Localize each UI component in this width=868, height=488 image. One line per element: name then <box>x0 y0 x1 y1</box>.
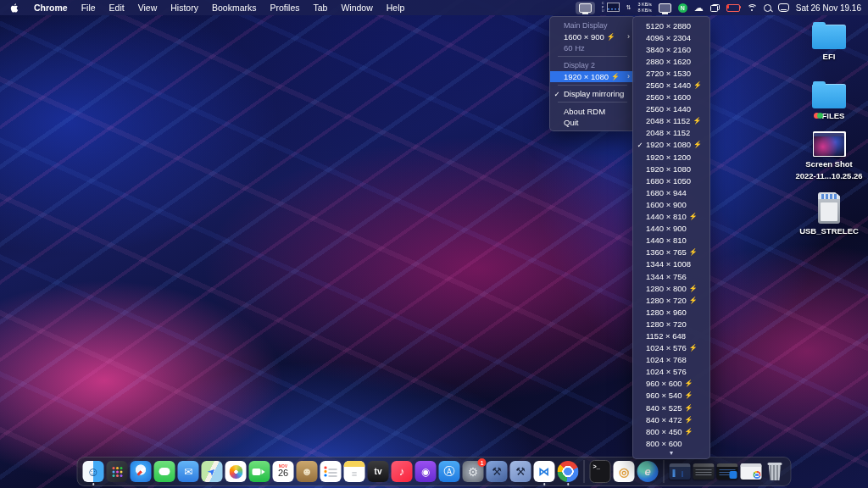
menu-item-1152-648[interactable]: 1152 × 648 <box>633 330 709 341</box>
dock-item-minimized-window-2[interactable] <box>693 461 715 482</box>
dock-item-app-store[interactable]: Ⓐ <box>439 461 460 482</box>
menu-item-1280-800[interactable]: 1280 × 800⚡ <box>633 282 709 294</box>
menu-history[interactable]: History <box>164 3 205 13</box>
menu-item-1024-576[interactable]: 868 × 488 <box>633 366 709 378</box>
menu-bar-clock[interactable]: Sat 26 Nov 19.16 <box>796 3 861 13</box>
rdm-menu-icon[interactable] <box>576 2 595 14</box>
dock-item-contacts[interactable]: ☻ <box>297 461 318 482</box>
dock-item-notes[interactable]: ≡ <box>344 461 365 482</box>
menu-item-1680-1050[interactable]: 1680 × 1050 <box>633 175 709 186</box>
menu-item-1344-1008[interactable]: 1344 × 1008 <box>633 258 709 270</box>
menu-tab[interactable]: Tab <box>306 3 334 13</box>
dock-item-minimized-window-1[interactable] <box>670 461 691 482</box>
dock-item-apple-tv[interactable]: tv <box>368 461 389 482</box>
menu-item-800-600[interactable]: 800 × 600 <box>633 437 709 449</box>
menu-item-1920-1080[interactable]: 1920 × 1080 <box>633 163 709 175</box>
dock-item-trash[interactable] <box>765 461 786 482</box>
dock-item-tool-hammer-2[interactable]: ⚒ <box>510 461 531 482</box>
menu-item-1440-900[interactable]: 1440 × 900 <box>633 223 709 235</box>
menu-item-1600-900[interactable]: 1600 × 900 <box>633 198 709 210</box>
dock-item-vscode[interactable]: ⋈ <box>534 461 555 482</box>
menu-item-2560-1440[interactable]: 2560 × 1440⚡ <box>633 79 709 91</box>
menu-bookmarks[interactable]: Bookmarks <box>205 3 264 13</box>
menu-item-1024-768[interactable]: 1024 × 768 <box>633 354 709 366</box>
dock-item-terminal[interactable]: >_ <box>590 461 611 482</box>
menu-item-2560-1600[interactable]: 2560 × 1600 <box>633 92 709 103</box>
dock-item-edge[interactable]: e <box>637 461 659 482</box>
menu-item-840-472[interactable]: 840 × 472⚡ <box>633 413 709 425</box>
menu-item-2048-1152[interactable]: 2048 × 1152 <box>633 127 709 139</box>
control-center-icon[interactable] <box>778 3 789 13</box>
menu-item-1440-810[interactable]: 1440 × 810⚡ <box>633 211 709 223</box>
dock-item-tool-hammer-1[interactable]: ⚒ <box>487 461 508 482</box>
menu-item-1920-1080[interactable]: 1920 × 1080⚡› <box>550 71 635 82</box>
menu-item-1024-576[interactable]: 868 × 488⚡ <box>633 342 709 354</box>
dock-item-photos[interactable] <box>225 461 247 482</box>
menu-item-1360-765[interactable]: 1360 × 765⚡ <box>633 247 709 258</box>
menu-item-1280-960[interactable]: 1280 × 960 <box>633 306 709 318</box>
dock-item-minimized-window-3[interactable] <box>717 461 738 482</box>
dock-item-mail[interactable]: ✉ <box>178 461 199 482</box>
spotlight-search-icon[interactable] <box>764 4 771 12</box>
menu-item-1600-900[interactable]: 1600 × 900⚡› <box>550 30 635 42</box>
network-speed[interactable]: 3 KB/s8 KB/s <box>638 2 652 13</box>
battery-icon[interactable] <box>726 4 740 12</box>
menu-item-1920-1200[interactable]: 1920 × 1200 <box>633 151 709 163</box>
menu-item-2720-1530[interactable]: 2720 × 1530 <box>633 67 709 79</box>
menu-file[interactable]: File <box>75 3 103 13</box>
display-status-icon[interactable] <box>659 3 671 13</box>
menu-profiles[interactable]: Profiles <box>263 3 306 13</box>
dock-item-messages[interactable] <box>154 461 175 482</box>
desktop-icon-screen-shot-2022-11-10-25-26[interactable]: Screen Shot2022-11...10.25.26 <box>797 131 861 181</box>
dock-item-finder[interactable]: ☺ <box>83 461 104 482</box>
menu-item-800-450[interactable]: 800 × 450⚡ <box>633 425 709 437</box>
menu-item-1280-720[interactable]: 1280 × 720⚡ <box>633 294 709 306</box>
menu-item-5120-2880[interactable]: 5120 × 2880 <box>633 19 709 31</box>
menu-item-2560-1440[interactable]: 2560 × 1440 <box>633 103 709 115</box>
dock-item-maps[interactable]: ➤ <box>202 461 223 482</box>
dock-item-reminders[interactable] <box>320 461 342 482</box>
desktop-icon-usb-strelec[interactable]: USB_STRELEC <box>797 192 861 236</box>
menu-item-3840-2160[interactable]: 3840 × 2160 <box>633 43 709 55</box>
menu-item-2880-1620[interactable]: 2880 × 1620 <box>633 55 709 67</box>
menu-item-960-540[interactable]: 960 × 540⚡ <box>633 390 709 402</box>
scroll-down-chevron-icon[interactable]: ▾ <box>633 449 709 456</box>
menu-item-quit[interactable]: Quit <box>550 117 635 128</box>
menu-item-about-rdm[interactable]: About RDM <box>550 105 635 116</box>
menu-item-1920-1080[interactable]: ✓1920 × 1080⚡ <box>633 139 709 151</box>
menu-item-1344-756[interactable]: 1344 × 756 <box>633 270 709 282</box>
cpu-meter-icon[interactable]: CPU <box>602 2 620 13</box>
apple-menu-icon[interactable] <box>0 3 27 14</box>
dock-item-music[interactable]: ♪ <box>392 461 413 482</box>
menu-item-840-525[interactable]: 840 × 525⚡ <box>633 402 709 413</box>
dock-item-minimized-window-4[interactable] <box>741 461 762 482</box>
menu-view[interactable]: View <box>131 3 164 13</box>
dock-item-podcasts[interactable]: ◉ <box>415 461 437 482</box>
menu-help[interactable]: Help <box>380 3 412 13</box>
menu-edit[interactable]: Edit <box>103 3 131 13</box>
dock-item-navicat[interactable]: ◎ <box>614 461 635 482</box>
menu-item-960-600[interactable]: 960 × 600⚡ <box>633 378 709 390</box>
menu-item-1280-720[interactable]: 1280 × 720 <box>633 318 709 330</box>
menu-item-1680-944[interactable]: 1680 × 944 <box>633 186 709 198</box>
menu-window[interactable]: Window <box>334 3 379 13</box>
vpn-icon[interactable]: N <box>678 3 687 13</box>
menu-item-1440-810[interactable]: 1440 × 810 <box>633 235 709 247</box>
cloud-icon[interactable]: ☁ <box>694 3 704 13</box>
dock-item-calendar[interactable]: NOV26 <box>273 461 294 482</box>
apple-tv-icon: tv <box>368 461 389 482</box>
network-arrows-icon[interactable]: ⇅ <box>626 4 632 11</box>
dock-item-launchpad[interactable] <box>107 461 128 482</box>
menu-item-display-mirroring[interactable]: ✓Display mirroring <box>550 88 635 99</box>
desktop-icon-files[interactable]: FILES <box>797 80 861 120</box>
wifi-icon[interactable] <box>747 4 757 12</box>
dock-item-system-settings[interactable]: ⚙1 <box>463 461 484 482</box>
mirroring-stack-icon[interactable] <box>710 4 720 12</box>
desktop-icon-efi[interactable]: EFI <box>797 20 861 61</box>
menu-item-4096-2304[interactable]: 4096 × 2304 <box>633 31 709 43</box>
dock-item-facetime[interactable] <box>249 461 270 482</box>
active-app-name[interactable]: Chrome <box>27 3 75 13</box>
dock-item-safari[interactable] <box>131 461 152 482</box>
dock-item-chrome[interactable] <box>558 461 579 482</box>
menu-item-2048-1152[interactable]: 2048 × 1152⚡ <box>633 115 709 127</box>
